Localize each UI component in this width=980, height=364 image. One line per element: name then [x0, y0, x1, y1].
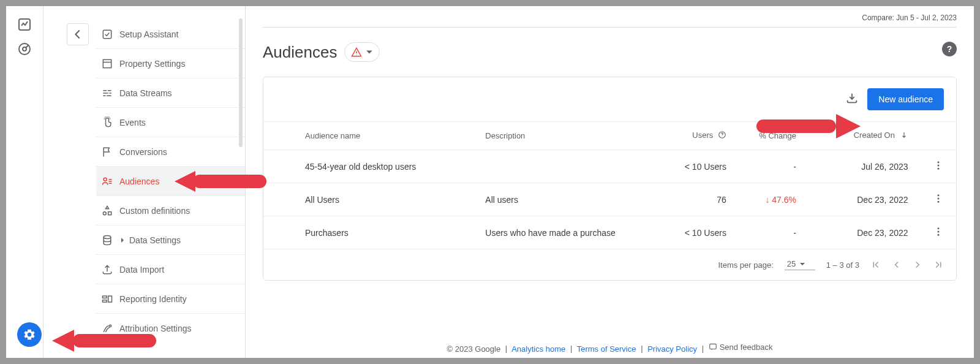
page-title: Audiences [263, 43, 337, 62]
svg-rect-9 [103, 296, 107, 298]
svg-point-21 [937, 231, 939, 233]
col-change[interactable]: % Change [739, 122, 809, 150]
svg-point-17 [937, 194, 939, 196]
nav-property-settings[interactable]: Property Settings [96, 49, 245, 78]
footer-tos-link[interactable]: Terms of Service [577, 344, 636, 353]
pager-range: 1 – 3 of 3 [826, 260, 859, 270]
download-icon[interactable] [845, 91, 859, 107]
pager-prev-icon[interactable] [891, 259, 902, 270]
admin-sidebar: Setup Assistant Property Settings Data S… [43, 6, 245, 358]
new-audience-button[interactable]: New audience [867, 88, 944, 110]
app-frame: Setup Assistant Property Settings Data S… [6, 6, 974, 358]
nav-audiences[interactable]: Audiences [96, 167, 245, 196]
reports-icon[interactable] [16, 16, 33, 33]
help-icon[interactable]: ? [942, 42, 957, 56]
cell-change: ↓ 47.6% [739, 183, 809, 216]
page-footer: © 2023 Google | Analytics home | Terms o… [263, 330, 957, 358]
cell-change: - [739, 216, 809, 249]
back-button[interactable] [67, 23, 89, 45]
footer-analytics-home-link[interactable]: Analytics home [511, 344, 565, 353]
nav-conversions[interactable]: Conversions [96, 137, 245, 167]
svg-rect-4 [103, 59, 111, 67]
nav-data-settings[interactable]: Data Settings [96, 226, 245, 255]
nav-reporting-identity[interactable]: Reporting Identity [96, 284, 245, 314]
nav-label: Audiences [119, 176, 159, 186]
flag-icon [101, 146, 119, 158]
icon-rail [6, 6, 43, 358]
svg-point-12 [109, 325, 111, 327]
cell-created: Dec 23, 2022 [809, 183, 921, 216]
row-menu-icon[interactable] [921, 183, 956, 216]
row-menu-icon[interactable] [921, 150, 956, 183]
compare-date-range: Compare: Jun 5 - Jul 2, 2023 [263, 11, 957, 27]
cell-users: 76 [655, 183, 739, 216]
nav-label: Conversions [119, 147, 167, 157]
svg-point-6 [103, 211, 106, 214]
items-per-page-select[interactable]: 25 [785, 259, 815, 270]
upload-icon [101, 264, 119, 276]
col-created[interactable]: Created On [809, 122, 921, 150]
cell-name: All Users [263, 183, 473, 216]
items-per-page-label: Items per page: [718, 260, 773, 270]
cell-users: < 10 Users [655, 216, 739, 249]
streams-icon [101, 87, 119, 99]
box-icon [101, 58, 119, 70]
nav-label: Events [119, 118, 146, 127]
cell-desc: All users [473, 183, 655, 216]
audiences-table: Audience name Description Users % Change… [263, 122, 956, 249]
nav-attribution-settings[interactable]: Attribution Settings [96, 314, 245, 343]
nav-label: Data Settings [129, 235, 181, 245]
svg-rect-3 [103, 30, 111, 38]
pager-next-icon[interactable] [912, 259, 923, 270]
advertising-icon[interactable] [16, 40, 33, 58]
col-users[interactable]: Users [655, 122, 739, 150]
nav-events[interactable]: Events [96, 108, 245, 137]
col-audience-name[interactable]: Audience name [263, 122, 473, 150]
svg-rect-7 [108, 211, 111, 214]
identity-icon [101, 293, 119, 305]
sort-desc-icon [900, 132, 908, 141]
table-row[interactable]: 45-54-year old desktop users < 10 Users … [263, 150, 956, 183]
nav-label: Reporting Identity [119, 294, 187, 304]
warning-dropdown[interactable] [344, 42, 380, 62]
nav-label: Property Settings [119, 59, 185, 69]
cell-name: Purchasers [263, 216, 473, 249]
svg-point-14 [937, 161, 939, 163]
svg-point-16 [937, 168, 939, 170]
nav-label: Data Streams [119, 88, 172, 98]
svg-point-20 [937, 227, 939, 229]
svg-rect-11 [108, 296, 112, 302]
row-menu-icon[interactable] [921, 216, 956, 249]
table-row[interactable]: Purchasers Users who have made a purchas… [263, 216, 956, 249]
nav-label: Custom definitions [119, 206, 190, 216]
cell-created: Dec 23, 2022 [809, 216, 921, 249]
help-circle-icon[interactable] [718, 132, 726, 141]
caret-right-icon [119, 235, 126, 245]
nav-data-import[interactable]: Data Import [96, 255, 245, 284]
nav-label: Attribution Settings [119, 324, 192, 333]
attribution-icon [101, 322, 119, 335]
footer-copyright: © 2023 Google [447, 344, 501, 353]
checklist-icon [101, 28, 119, 40]
pager-first-icon[interactable] [870, 259, 881, 270]
admin-gear-button[interactable] [17, 322, 42, 347]
pager-last-icon[interactable] [933, 259, 944, 270]
main-content: Compare: Jun 5 - Jul 2, 2023 ? Audiences… [245, 6, 974, 358]
table-pager: Items per page: 25 1 – 3 of 3 [263, 249, 956, 280]
shapes-icon [101, 205, 119, 217]
sidebar-scrollbar[interactable] [239, 18, 243, 147]
nav-data-streams[interactable]: Data Streams [96, 78, 245, 108]
footer-privacy-link[interactable]: Privacy Policy [647, 344, 697, 353]
cell-created: Jul 26, 2023 [809, 150, 921, 183]
nav-setup-assistant[interactable]: Setup Assistant [96, 20, 245, 49]
cell-name: 45-54-year old desktop users [263, 150, 473, 183]
tap-icon [101, 116, 119, 129]
col-description[interactable]: Description [473, 122, 655, 150]
nav-custom-definitions[interactable]: Custom definitions [96, 196, 245, 226]
cell-change: - [739, 150, 809, 183]
cell-desc: Users who have made a purchase [473, 216, 655, 249]
nav-label: Data Import [119, 265, 164, 275]
footer-feedback-link[interactable]: Send feedback [709, 343, 773, 352]
table-row[interactable]: All Users All users 76 ↓ 47.6% Dec 23, 2… [263, 183, 956, 216]
database-icon [101, 234, 119, 246]
